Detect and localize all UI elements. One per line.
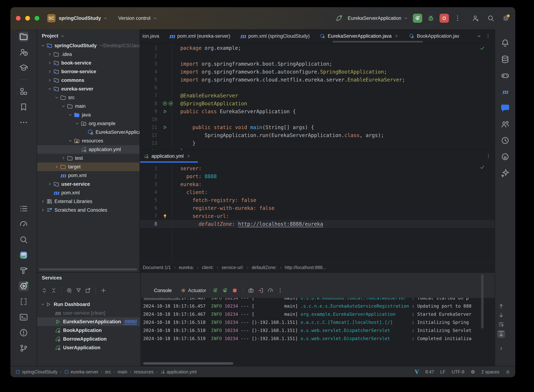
- stripe-item-plugin-owl[interactable]: [19, 250, 28, 260]
- camera-icon[interactable]: [248, 287, 254, 294]
- stripe-item-notifications[interactable]: [500, 38, 510, 48]
- play-icon[interactable]: [162, 109, 168, 114]
- project-badge[interactable]: SC: [47, 14, 56, 22]
- yml-tab-options-icon[interactable]: [486, 154, 491, 159]
- editor-tab[interactable]: ion.java: [140, 29, 164, 43]
- status-widget-8-47[interactable]: 8:47: [425, 369, 434, 374]
- stripe-item-plugin-pig[interactable]: [500, 152, 510, 162]
- rerun-bug-icon[interactable]: [222, 287, 228, 294]
- run-config-selector[interactable]: EurekaServerApplication: [348, 15, 408, 21]
- stripe-item-chat[interactable]: [500, 103, 510, 113]
- tree-item-org-example[interactable]: org.example: [37, 119, 139, 128]
- stripe-item-services-hex[interactable]: [19, 281, 28, 291]
- tree-item-eureka-server[interactable]: eureka-server: [37, 84, 139, 93]
- code-line-6[interactable]: 6: [140, 84, 495, 92]
- chev-d-icon[interactable]: [67, 139, 74, 143]
- stripe-item-endpoints[interactable]: [19, 219, 28, 229]
- service-item[interactable]: BookApplication: [37, 326, 140, 335]
- tab-actuator[interactable]: Actuator: [181, 288, 206, 293]
- play-icon[interactable]: [162, 125, 168, 130]
- debug-button[interactable]: [427, 14, 435, 22]
- editor-tab[interactable]: mpom.xml (springCloudStudy): [235, 29, 315, 43]
- rerun-icon[interactable]: [212, 287, 218, 294]
- rerun-button[interactable]: [413, 14, 422, 23]
- maximize-window-button[interactable]: [35, 16, 39, 21]
- tree-item-application-yml[interactable]: application.yml: [37, 145, 139, 154]
- chev-d-icon[interactable]: [40, 302, 45, 307]
- chev-d-icon[interactable]: [67, 112, 74, 117]
- settings-button[interactable]: [502, 14, 510, 22]
- code-line-12[interactable]: 12 SpringApplication.run(EurekaServerApp…: [140, 131, 495, 139]
- stripe-item-build[interactable]: [19, 266, 28, 275]
- tree-item-test[interactable]: test: [37, 154, 139, 163]
- chev-r-icon[interactable]: [60, 156, 67, 160]
- search-everywhere-button[interactable]: [487, 14, 495, 22]
- service-item[interactable]: EurekaServerApplication:8888/: [37, 317, 140, 326]
- expand-icon[interactable]: [41, 287, 48, 294]
- project-panel-header[interactable]: Project: [37, 29, 139, 41]
- code-line-10[interactable]: 10: [140, 115, 495, 123]
- breadcrumb-item[interactable]: http://localhost:888...: [285, 265, 326, 270]
- code-line-3[interactable]: 3 eureka:: [140, 180, 495, 188]
- chev-r-icon[interactable]: [46, 69, 53, 74]
- stripe-item-problems[interactable]: [19, 328, 28, 338]
- status-widget-lf[interactable]: LF: [440, 369, 446, 374]
- stop-button[interactable]: [440, 14, 449, 23]
- code-line-1[interactable]: 1 server:: [140, 164, 495, 172]
- tree-item-pom-xml[interactable]: mpom.xml: [37, 171, 139, 180]
- chev-d-icon[interactable]: [53, 95, 60, 100]
- breadcrumb-item[interactable]: Document 1/1: [143, 265, 171, 270]
- tab-scrollbar-thumb[interactable]: [333, 41, 423, 42]
- code-line-7[interactable]: 7 @EnableEurekaServer: [140, 92, 495, 99]
- chev-r-icon[interactable]: [53, 164, 60, 169]
- code-line-1[interactable]: 1 package org.example;: [140, 44, 495, 52]
- tree-item-external-libraries[interactable]: External Libraries: [37, 197, 139, 206]
- service-item[interactable]: UserApplication: [37, 343, 140, 352]
- breadcrumb-item[interactable]: eureka:: [179, 265, 194, 270]
- stripe-item-find[interactable]: [19, 235, 28, 244]
- breadcrumb-item[interactable]: client:: [202, 265, 214, 270]
- editor-tab[interactable]: mpom.xml (eureka-server): [164, 29, 235, 43]
- code-line-8[interactable]: 8 @SpringBootApplication: [140, 99, 495, 107]
- tree-item-main[interactable]: main: [37, 102, 139, 111]
- status-widget[interactable]: [470, 369, 475, 374]
- console-top-scroll-thumb[interactable]: [144, 298, 181, 300]
- expand-rail-icon[interactable]: [498, 346, 504, 351]
- tab-application-yml[interactable]: application.yml: [140, 150, 195, 162]
- tab-console[interactable]: Console: [154, 288, 172, 293]
- tree-item-src[interactable]: src: [37, 93, 139, 102]
- tree-item-pom-xml[interactable]: mpom.xml: [37, 188, 139, 197]
- stop-red-icon[interactable]: [232, 287, 238, 294]
- service-url-link[interactable]: :8888/: [124, 319, 137, 325]
- tree-item-commons[interactable]: commons: [37, 76, 139, 84]
- console-horizontal-scrollbar[interactable]: [143, 362, 233, 364]
- stripe-item-learn[interactable]: [19, 63, 28, 72]
- stripe-item-todo[interactable]: [19, 204, 28, 214]
- hidden-tabs-chevron-icon[interactable]: [476, 33, 482, 39]
- code-line-5[interactable]: 5 fetch-registry: false: [140, 196, 495, 204]
- stripe-item-ai-sparkle[interactable]: [500, 168, 510, 178]
- tree-item--idea[interactable]: .idea: [37, 50, 139, 59]
- stripe-item-pull-requests[interactable]: [19, 47, 28, 57]
- exit-icon[interactable]: [257, 287, 264, 294]
- bean-run-icon[interactable]: [162, 101, 168, 106]
- tree-item-java[interactable]: java: [37, 111, 139, 119]
- tree-item-user-service[interactable]: user-service: [37, 180, 139, 188]
- stripe-item-collab[interactable]: [500, 119, 510, 129]
- gauge-icon[interactable]: [267, 287, 274, 294]
- code-line-13[interactable]: 13 }: [140, 139, 495, 147]
- tree-item-springcloudstudy[interactable]: springCloudStudy~/Desktop/CS/Java...: [37, 41, 139, 50]
- code-line-6[interactable]: 6 register-with-eureka: false: [140, 204, 495, 212]
- chev-r-icon[interactable]: [40, 199, 46, 204]
- breadcrumb-item[interactable]: service-url:: [222, 265, 244, 270]
- tree-item-book-service[interactable]: book-service: [37, 59, 139, 67]
- minimize-window-button[interactable]: [25, 16, 30, 21]
- code-line-9[interactable]: 9 public class EurekaServerApplication {: [140, 107, 495, 115]
- close-icon[interactable]: [186, 154, 191, 159]
- status-widget[interactable]: V: [414, 369, 419, 374]
- chev-r-icon[interactable]: [46, 61, 53, 65]
- bean-check-icon[interactable]: [168, 101, 173, 106]
- status-path-item[interactable]: eureka-server: [64, 369, 98, 374]
- close-icon[interactable]: [394, 34, 399, 38]
- editor-tab-options-icon[interactable]: [485, 33, 491, 39]
